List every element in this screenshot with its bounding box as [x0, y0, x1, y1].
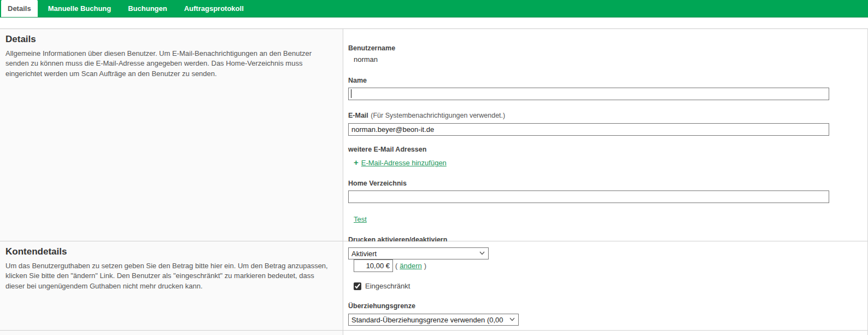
add-email-link[interactable]: E-Mail-Adresse hinzufügen — [361, 159, 447, 167]
details-section: Details Allgemeine Informationen über di… — [0, 29, 867, 241]
home-directory-input[interactable] — [348, 190, 829, 203]
tab-auftragsprotokoll[interactable]: Auftragsprotokoll — [178, 0, 250, 17]
tab-buchungen[interactable]: Buchungen — [121, 0, 174, 17]
details-description-pane: Details Allgemeine Informationen über di… — [0, 29, 343, 241]
paren-open: ( — [395, 262, 397, 270]
account-section-title: Kontendetails — [5, 246, 335, 257]
overdraft-select[interactable]: Standard-Überziehungsgrenze verwenden (0… — [348, 314, 519, 326]
change-balance-link[interactable]: ändern — [400, 262, 421, 270]
bottom-strip-right — [343, 331, 867, 335]
details-section-description: Allgemeine Informationen über diesen Ben… — [5, 49, 335, 79]
text-caret — [351, 89, 351, 98]
tab-manuelle-buchung[interactable]: Manuelle Buchung — [42, 0, 118, 17]
account-description-pane: Kontendetails Um das Benutzerguthaben zu… — [0, 241, 343, 330]
restricted-label: Eingeschränkt — [365, 282, 410, 290]
bottom-strip-left — [0, 331, 343, 335]
email-label: E-Mail — [348, 112, 368, 119]
tab-details[interactable]: Details — [1, 0, 38, 17]
test-link[interactable]: Test — [354, 215, 367, 223]
details-form-pane: Benutzername norman Name E-Mail (Für Sys… — [343, 29, 867, 241]
account-section-description: Um das Benutzerguthaben zu setzen geben … — [5, 261, 335, 291]
email-input[interactable] — [348, 123, 829, 136]
username-value: norman — [348, 55, 867, 63]
bottom-strip — [0, 331, 867, 335]
more-emails-label: weitere E-Mail Adressen — [348, 146, 867, 153]
username-label: Benutzername — [348, 44, 867, 52]
tab-content-gap — [0, 18, 868, 28]
name-label: Name — [348, 77, 867, 84]
plus-icon: + — [354, 158, 359, 167]
tab-bar: Details Manuelle Buchung Buchungen Auftr… — [0, 0, 868, 18]
name-input[interactable] — [348, 88, 829, 100]
overdraft-label: Überziehungsgrenze — [348, 302, 867, 310]
paren-close: ) — [424, 262, 426, 270]
restricted-checkbox[interactable] — [354, 282, 361, 290]
email-hint: (Für Systembenachrichtigungen verwendet.… — [371, 112, 505, 119]
balance-input[interactable] — [354, 259, 393, 272]
home-directory-label: Home Verzeichnis — [348, 180, 867, 187]
content-panel: Details Allgemeine Informationen über di… — [0, 28, 868, 335]
print-toggle-select[interactable]: Aktiviert — [348, 247, 489, 259]
details-section-title: Details — [5, 34, 335, 45]
